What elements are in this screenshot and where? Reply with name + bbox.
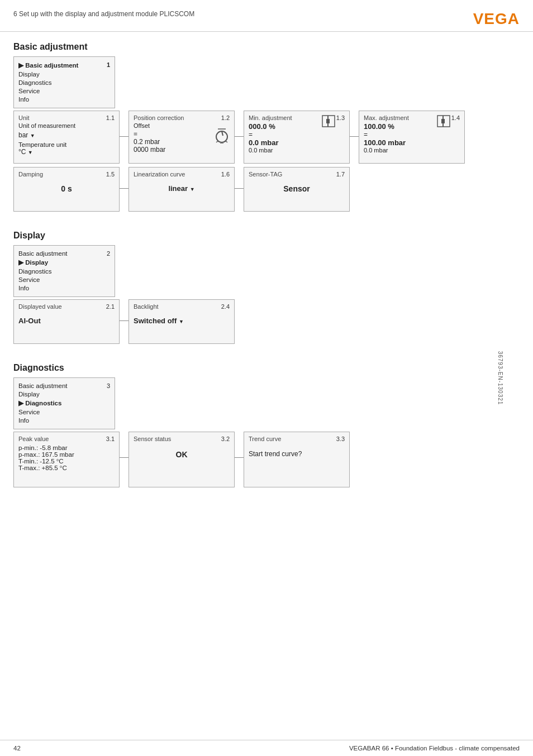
display-menu-diagnostics[interactable]: Diagnostics: [18, 267, 110, 275]
diag-menu-service[interactable]: Service: [18, 408, 110, 416]
vega-logo: VEGA: [473, 10, 520, 28]
display-menu-info[interactable]: Info: [18, 284, 110, 292]
menu-diagnostics[interactable]: Diagnostics: [18, 78, 110, 87]
diag-menu-basic[interactable]: Basic adjustment 3: [18, 381, 110, 390]
page-footer: 42 VEGABAR 66 • Foundation Fieldbus - cl…: [0, 740, 533, 756]
param-3-2: Sensor status 3.2 OK: [129, 432, 235, 487]
display-menu-service[interactable]: Service: [18, 275, 110, 284]
diag-menu-display[interactable]: Display: [18, 390, 110, 398]
svg-rect-11: [441, 119, 445, 123]
diag-menu-diagnostics[interactable]: ▶ Diagnostics: [18, 398, 110, 408]
param-1-3: Min. adjustment 1.3 000.0 % = 0.0 mbar 0…: [244, 111, 350, 164]
slider-icon-2: [436, 113, 451, 129]
diagnostics-content: Basic adjustment 3 Display ▶ Diagnostics…: [0, 375, 533, 496]
param-1-4: Max. adjustment 1.4 100.00 % = 100.00 mb…: [359, 111, 465, 164]
display-menu-basic[interactable]: Basic adjustment 2: [18, 249, 110, 257]
param-1-5: Damping 1.5 0 s: [13, 167, 120, 212]
diagnostics-heading: Diagnostics: [0, 358, 533, 375]
page-header: 6 Set up with the display and adjustment…: [0, 0, 533, 32]
param-3-3: Trend curve 3.3 Start trend curve?: [244, 432, 350, 487]
menu-service[interactable]: Service: [18, 87, 110, 95]
param-3-1: Peak value 3.1 p-min.: -5.8 mbar p-max.:…: [13, 432, 120, 487]
menu-info[interactable]: Info: [18, 95, 110, 103]
doc-number: 36793-EN-130321: [497, 351, 503, 405]
breadcrumb: 6 Set up with the display and adjustment…: [13, 10, 194, 18]
param-1-6: Linearization curve 1.6 linear ▼: [129, 167, 235, 212]
display-heading: Display: [0, 226, 533, 243]
doc-title: VEGABAR 66 • Foundation Fieldbus - clima…: [349, 745, 520, 752]
param-1-7: Sensor-TAG 1.7 Sensor: [244, 167, 350, 212]
svg-line-1: [222, 131, 223, 136]
basic-adjustment-menu: ▶ Basic adjustment 1 Display Diagnostics…: [13, 56, 115, 108]
knob-icon: [214, 128, 230, 143]
slider-icon: [321, 113, 336, 129]
display-menu-display[interactable]: ▶ Display: [18, 257, 110, 267]
display-content: Basic adjustment 2 ▶ Display Diagnostics…: [0, 243, 533, 353]
param-2-4: Backlight 2.4 Switched off ▼: [129, 299, 235, 344]
param-1-1: Unit 1.1 Unit of measurement bar ▼ Tempe…: [13, 111, 120, 164]
display-menu: Basic adjustment 2 ▶ Display Diagnostics…: [13, 245, 115, 297]
param-1-2: Position correction 1.2 Offset = 0.2 mba…: [129, 111, 235, 164]
diag-menu-info[interactable]: Info: [18, 416, 110, 424]
svg-rect-8: [326, 119, 330, 123]
param-2-1: Displayed value 2.1 AI-Out: [13, 299, 120, 344]
basic-adjustment-content: ▶ Basic adjustment 1 Display Diagnostics…: [0, 54, 533, 221]
page-number: 42: [13, 745, 21, 752]
menu-display[interactable]: Display: [18, 70, 110, 78]
basic-adjustment-heading: Basic adjustment: [0, 37, 533, 54]
menu-basic-adjustment[interactable]: ▶ Basic adjustment 1: [18, 60, 110, 70]
diagnostics-menu: Basic adjustment 3 Display ▶ Diagnostics…: [13, 377, 115, 429]
